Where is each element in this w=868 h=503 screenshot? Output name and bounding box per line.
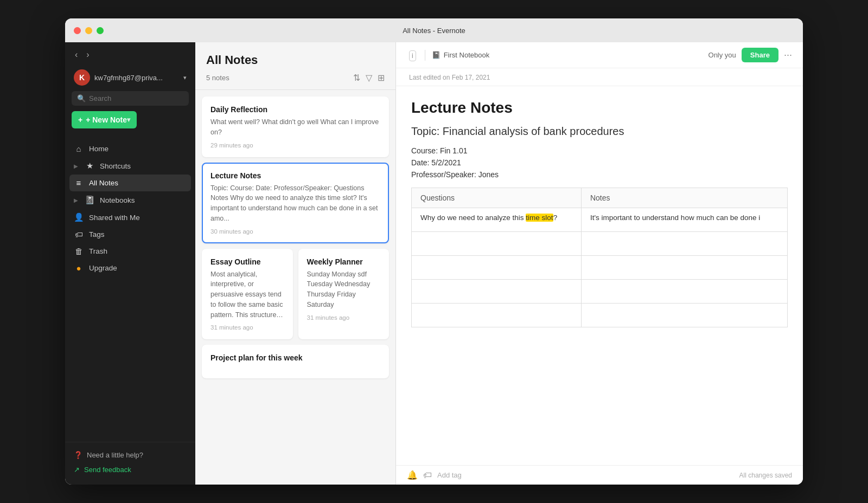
minimize-button[interactable] [85,27,92,34]
info-icon: i [409,50,416,61]
editor-footer: 🔔 🏷 Add tag All changes saved [396,465,803,485]
notebook-selector[interactable]: 📓 First Notebook [432,51,490,59]
sidebar-item-notebooks-label: Notebooks [100,196,135,204]
sidebar-top: ‹ › K kw7gfmhg87@priva... ▾ 🔍 + + New No… [65,42,195,140]
sidebar-item-all-notes[interactable]: ≡ All Notes [69,175,191,191]
notes-meta: 5 notes ⇅ ▽ ⊞ [206,73,385,83]
toolbar-divider [425,50,425,61]
table-row [412,256,788,280]
note-card-essay-outline[interactable]: Essay Outline Most analytical, interpret… [202,249,293,340]
table-row [412,280,788,304]
note-time: 31 minutes ago [307,314,381,321]
notes-actions: ⇅ ▽ ⊞ [353,73,385,83]
notebook-icon: 📓 [85,195,94,205]
table-row: Why do we need to analyze this time slot… [412,208,788,232]
sidebar-item-shared[interactable]: 👤 Shared with Me [69,209,191,226]
upgrade-icon: ● [74,263,84,273]
note-card-weekly-planner[interactable]: Weekly Planner Sunday Monday sdf Tuesday… [298,249,390,340]
sidebar-item-notebooks[interactable]: ▶ 📓 Notebooks [69,191,191,209]
user-email: kw7gfmhg87@priva... [94,74,179,82]
sidebar-item-home[interactable]: ⌂ Home [69,140,191,157]
note-subtitle: Topic: Financial analysis of bank proced… [411,125,788,138]
help-item[interactable]: ❓ Need a little help? [72,448,189,462]
send-feedback-item[interactable]: ↗ Send feedback [72,462,189,477]
notes-header: All Notes 5 notes ⇅ ▽ ⊞ [195,42,395,90]
editor-meta: Last edited on Feb 17, 2021 [396,68,803,86]
note-card-daily-reflection[interactable]: Daily Reflection What went well? What di… [202,96,389,157]
titlebar: All Notes - Evernote [65,18,803,42]
new-note-label: + New Note [86,115,127,124]
note-title: Daily Reflection [210,105,380,114]
note-title: Lecture Notes [210,171,380,180]
new-note-button[interactable]: + + New Note ▾ [72,111,137,128]
sidebar-item-shortcuts[interactable]: ▶ ★ Shortcuts [69,157,191,175]
note-meta-course: Course: Fin 1.01 [411,146,788,155]
sidebar-item-trash-label: Trash [89,247,107,255]
close-button[interactable] [74,27,81,34]
editor: i 📓 First Notebook Only you Share ··· La… [396,42,803,485]
table-cell-question [412,256,582,280]
search-icon: 🔍 [77,94,86,102]
more-options-button[interactable]: ··· [784,49,792,61]
notes-list-title: All Notes [206,53,385,67]
saved-label: All changes saved [739,472,792,479]
app-body: ‹ › K kw7gfmhg87@priva... ▾ 🔍 + + New No… [65,42,803,485]
sidebar-nav: ⌂ Home ▶ ★ Shortcuts ≡ All Notes ▶ 📓 Not… [65,140,195,442]
search-input[interactable] [89,94,183,102]
sidebar-bottom: ❓ Need a little help? ↗ Send feedback [65,442,195,485]
sidebar-item-tags[interactable]: 🏷 Tags [69,226,191,243]
sidebar-item-shortcuts-label: Shortcuts [100,162,131,170]
note-preview: What went well? What didn't go well What… [210,117,380,138]
note-meta-date: Date: 5/2/2021 [411,158,788,167]
table-header-questions: Questions [412,188,582,208]
notes-icon: ≡ [74,178,84,188]
bell-icon[interactable]: 🔔 [407,470,418,480]
note-main-title: Lecture Notes [411,99,788,117]
sidebar-item-all-notes-label: All Notes [89,179,118,187]
nav-forward[interactable]: › [83,49,92,61]
sort-icon[interactable]: ⇅ [353,73,360,83]
note-table: Questions Notes Why do we need to analyz… [411,188,788,327]
feedback-label: Send feedback [84,466,131,474]
table-cell-question [412,232,582,256]
feedback-icon: ↗ [74,466,80,474]
grid-icon[interactable]: ⊞ [378,73,385,83]
help-icon: ❓ [74,451,82,459]
user-row[interactable]: K kw7gfmhg87@priva... ▾ [72,67,189,91]
expand-icon: ▶ [74,197,78,203]
last-edited: Last edited on Feb 17, 2021 [409,74,490,81]
tag-add-icon[interactable]: 🏷 [423,470,432,480]
notes-scroll: Daily Reflection What went well? What di… [195,90,395,485]
notebook-icon: 📓 [432,51,441,59]
note-card-project-plan[interactable]: Project plan for this week [202,345,389,378]
sidebar-item-trash[interactable]: 🗑 Trash [69,243,191,260]
fullscreen-button[interactable] [97,27,104,34]
avatar: K [74,69,90,86]
add-tag-label[interactable]: Add tag [437,471,462,479]
note-title: Essay Outline [210,257,284,266]
note-info-button[interactable]: i [407,48,418,62]
filter-icon[interactable]: ▽ [366,73,372,83]
sidebar-item-upgrade[interactable]: ● Upgrade [69,260,191,276]
table-cell-question [412,280,582,304]
nav-arrows: ‹ › [72,49,189,61]
sidebar: ‹ › K kw7gfmhg87@priva... ▾ 🔍 + + New No… [65,42,195,485]
notes-list: All Notes 5 notes ⇅ ▽ ⊞ Daily Reflection… [195,42,396,485]
nav-back[interactable]: ‹ [72,49,81,61]
share-button[interactable]: Share [742,48,778,62]
note-preview: Sunday Monday sdf Tuesday Wednesday Thur… [307,269,381,310]
toolbar-right: Only you Share ··· [709,48,792,62]
notes-count: 5 notes [206,74,229,82]
sidebar-item-upgrade-label: Upgrade [89,264,117,272]
table-header-notes: Notes [581,188,787,208]
new-note-chevron-icon: ▾ [127,116,130,124]
note-preview: Most analytical, interpretive, or persua… [210,269,284,320]
notes-row: Essay Outline Most analytical, interpret… [202,249,389,340]
search-bar[interactable]: 🔍 [72,91,189,106]
traffic-lights [74,27,104,34]
tag-icon: 🏷 [74,230,84,239]
editor-content[interactable]: Lecture Notes Topic: Financial analysis … [396,86,803,465]
note-card-lecture-notes[interactable]: Lecture Notes Topic: Course: Date: Profe… [202,163,389,243]
help-label: Need a little help? [87,451,143,459]
plus-icon: + [78,115,82,124]
